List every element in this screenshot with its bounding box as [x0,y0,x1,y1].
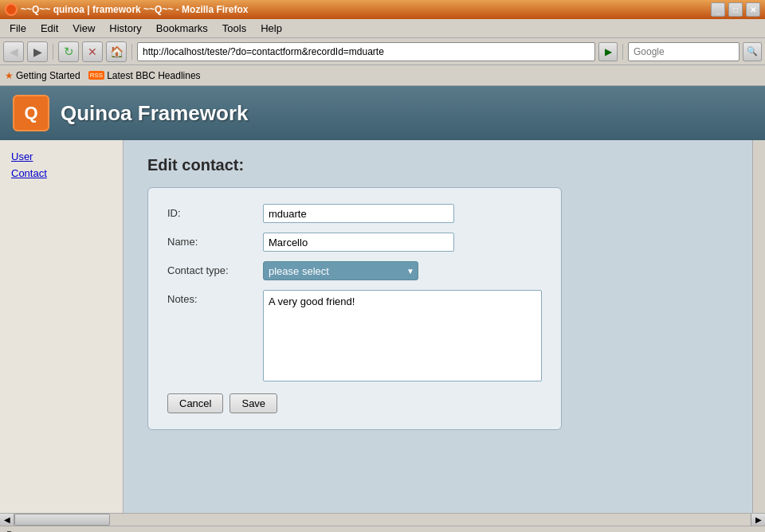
toolbar: ◀ ▶ ↻ ✕ 🏠 ▶ 🔍 [0,38,765,65]
form-card: ID: Name: Contact type: please sele [147,187,562,430]
bookmark-label: Latest BBC Headlines [107,70,200,81]
notes-field: A very good friend! [263,290,542,384]
home-button[interactable]: 🏠 [106,41,127,62]
separator [53,44,53,60]
star-icon: ★ [5,70,14,81]
menu-file[interactable]: File [3,21,33,36]
menu-view[interactable]: View [66,21,101,36]
scroll-left-button[interactable]: ◀ [0,514,14,526]
maximize-button[interactable]: □ [728,2,743,17]
scrollbar[interactable] [752,140,765,513]
sidebar-item-contact[interactable]: Contact [0,165,123,182]
window-title: ~~Q~~ quinoa | framework ~~Q~~ - Mozilla… [21,4,248,15]
close-button[interactable]: ✕ [746,2,760,17]
form-buttons: Cancel Save [167,393,542,413]
bookmarks-bar: ★ Getting Started RSS Latest BBC Headlin… [0,65,765,86]
cancel-button[interactable]: Cancel [167,393,223,413]
id-label: ID: [167,204,263,219]
menu-edit[interactable]: Edit [34,21,65,36]
id-field [263,204,542,223]
stop-button[interactable]: ✕ [82,41,103,62]
scroll-track [14,514,751,526]
id-row: ID: [167,204,542,223]
name-field [263,233,542,252]
app-icon [5,3,18,16]
bookmark-getting-started[interactable]: ★ Getting Started [5,70,80,81]
go-button[interactable]: ▶ [598,42,618,61]
search-input[interactable] [628,42,740,61]
sidebar-item-user[interactable]: User [0,148,123,165]
sidebar: User Contact [0,140,124,513]
name-row: Name: [167,233,542,252]
menu-bookmarks[interactable]: Bookmarks [150,21,214,36]
scroll-right-button[interactable]: ▶ [751,514,765,526]
search-button[interactable]: 🔍 [743,42,762,61]
id-input[interactable] [263,204,454,223]
contact-type-select-wrapper: please select Friend Colleague Family ▼ [263,261,418,280]
notes-row: Notes: A very good friend! [167,290,542,384]
separator3 [622,44,623,60]
contact-type-row: Contact type: please select Friend Colle… [167,261,542,280]
bottom-scrollbar: ◀ ▶ [0,513,765,526]
titlebar: ~~Q~~ quinoa | framework ~~Q~~ - Mozilla… [0,0,765,19]
address-bar[interactable] [137,42,595,61]
forward-button[interactable]: ▶ [27,41,48,62]
separator2 [131,44,132,60]
rss-icon: RSS [88,71,104,80]
bookmark-label: Getting Started [16,70,80,81]
app-title: Quinoa Framework [61,101,249,126]
notes-textarea[interactable]: A very good friend! [263,290,542,381]
statusbar: Done [0,526,765,532]
scroll-thumb[interactable] [14,514,110,526]
status-text: Done [6,530,29,533]
name-label: Name: [167,233,263,248]
contact-type-label: Contact type: [167,261,263,276]
page-heading: Edit contact: [147,156,728,174]
bookmark-bbc[interactable]: RSS Latest BBC Headlines [88,70,201,81]
save-button[interactable]: Save [230,393,277,413]
menubar: File Edit View History Bookmarks Tools H… [0,19,765,38]
content-area: Edit contact: ID: Name: Contact type: [124,140,752,513]
contact-type-select[interactable]: please select Friend Colleague Family [264,262,418,280]
app-header: Q Quinoa Framework [0,86,765,140]
menu-tools[interactable]: Tools [216,21,253,36]
notes-label: Notes: [167,290,263,305]
window-controls[interactable]: _ □ ✕ [711,2,760,17]
name-input[interactable] [263,233,454,252]
refresh-button[interactable]: ↻ [58,41,79,62]
menu-help[interactable]: Help [254,21,288,36]
back-button[interactable]: ◀ [3,41,24,62]
menu-history[interactable]: History [103,21,147,36]
minimize-button[interactable]: _ [711,2,725,17]
contact-type-field: please select Friend Colleague Family ▼ [263,261,542,280]
app-logo: Q [13,95,49,131]
